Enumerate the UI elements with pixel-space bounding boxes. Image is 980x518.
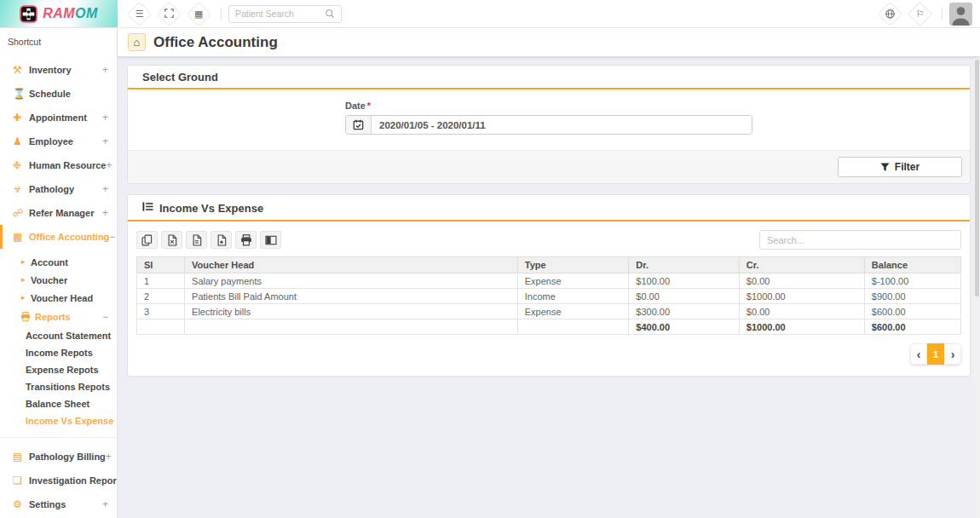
sidebar-item-inventory[interactable]: ⚒ Inventory + [0,58,117,82]
column-header-voucher-head[interactable]: Voucher Head [185,257,518,273]
notifications-button[interactable]: ⚐ [908,1,933,26]
pagination-page-1-button[interactable]: 1 [927,343,944,365]
caret-right-icon: ▸ [21,294,31,302]
sidebar: Shortcut ⚒ Inventory + ⌛ Schedule ✚ Appo… [0,28,118,518]
pagination-prev-button[interactable]: ‹ [910,343,927,365]
table-total-row: $400.00 $1000.00 $600.00 [137,319,961,335]
fullscreen-button[interactable] [157,1,182,26]
globe-icon [885,8,896,20]
panel-title: Select Ground [142,71,218,83]
scrollbar-thumb[interactable] [975,60,979,296]
sidebar-item-expense-repots[interactable]: Expense Repots [0,361,117,378]
brand-name: RAMOM [43,6,98,21]
copy-button[interactable] [136,231,158,249]
pdf-export-button[interactable] [210,231,232,249]
main-area: ⌂ Office Accounting Select Ground Date* [118,28,980,518]
sidebar-item-account-statement[interactable]: Account Statement [0,327,117,344]
csv-export-button[interactable] [186,231,207,249]
expand-plus-icon: + [102,183,108,195]
page-title: Office Accounting [153,34,278,51]
table-search-input[interactable] [759,230,961,250]
sidebar-item-income-vs-expense[interactable]: Income Vs Expense [0,412,117,429]
page-content: Select Ground Date* [118,56,980,518]
sidebar-item-pathology[interactable]: ☣ Pathology + [0,177,117,201]
date-range-input[interactable] [372,116,752,134]
grid-icon: ▦ [194,9,203,19]
file-csv-icon [192,234,202,246]
schedule-icon: ⌛ [13,89,29,99]
column-header-sl[interactable]: Sl [137,257,185,273]
inventory-icon: ⚒ [13,65,29,75]
sidebar-item-account[interactable]: ▸ Account [0,253,117,271]
brand-logo[interactable]: RAMOM [0,0,118,27]
sidebar-item-voucher-head[interactable]: ▸ Voucher Head [0,289,117,307]
sidebar-item-employee[interactable]: ♟ Employee + [0,130,117,153]
investigation-report-icon: ❏ [13,475,29,486]
expand-plus-icon: + [102,498,108,510]
pathology-billing-icon: ▤ [13,452,29,462]
sidebar-divider [0,437,117,438]
column-header-cr[interactable]: Cr. [739,257,864,273]
user-avatar[interactable] [949,3,972,26]
patient-search-box [228,5,342,23]
column-header-type[interactable]: Type [517,257,629,273]
copy-icon [141,234,153,246]
sidebar-item-transitions-repots[interactable]: Transitions Repots [0,378,117,395]
sidebar-item-pathology-billing[interactable]: ▤ Pathology Billing + [0,445,117,469]
sidebar-item-reports[interactable]: Reports − [0,307,117,327]
filter-button[interactable]: Filter [838,157,962,177]
printer-icon [20,312,35,322]
toolbar-divider [221,8,222,20]
filter-form: Date* [128,89,970,150]
toolbar-divider [942,8,943,20]
income-vs-expense-table: Sl Voucher Head Type Dr. Cr. Balance 1 [136,256,961,335]
caret-right-icon: ▸ [21,276,31,284]
file-excel-icon [167,234,177,246]
filter-footer: Filter [128,150,970,183]
language-button[interactable] [878,1,903,26]
sidebar-item-office-accounting[interactable]: ▦ Office Accounting − [0,225,117,249]
gear-icon: ⚙ [13,499,29,509]
body-row: Shortcut ⚒ Inventory + ⌛ Schedule ✚ Appo… [0,28,980,518]
chevron-left-icon: ‹ [917,348,921,361]
home-button[interactable]: ⌂ [128,33,146,51]
menu-toggle-button[interactable]: ☰ [127,1,153,26]
panel-title: Income Vs Expense [159,202,263,215]
sidebar-item-human-resource[interactable]: ❉ Human Resource + [0,153,117,177]
sidebar-item-investigation-report[interactable]: ❏ Investigation Report + [0,469,117,492]
employee-icon: ♟ [13,136,29,147]
sidebar-item-balance-sheet[interactable]: Balance Sheet [0,395,117,412]
sidebar-item-income-repots[interactable]: Income Repots [0,344,117,361]
column-header-balance[interactable]: Balance [864,257,960,273]
apps-grid-button[interactable]: ▦ [187,1,212,26]
date-form-group: Date* [345,101,752,135]
required-asterisk: * [367,101,371,111]
sidebar-item-settings[interactable]: ⚙ Settings + [0,492,117,516]
column-visibility-button[interactable] [260,231,281,249]
printer-icon [240,234,252,246]
sidebar-item-appointment[interactable]: ✚ Appointment + [0,106,117,130]
date-label: Date* [345,101,752,111]
funnel-icon [880,163,890,172]
print-button[interactable] [235,231,257,249]
pagination-next-button[interactable]: › [944,343,961,365]
sidebar-item-voucher[interactable]: ▸ Voucher [0,271,117,289]
file-pdf-icon [216,234,227,246]
export-buttons [136,231,281,249]
top-header: RAMOM ☰ ▦ [0,0,980,28]
column-header-dr[interactable]: Dr. [629,257,740,273]
patient-search-input[interactable] [235,9,325,19]
excel-export-button[interactable] [161,231,182,249]
page-scrollbar[interactable] [974,57,980,518]
expand-plus-icon: + [102,112,108,124]
caret-right-icon: ▸ [21,258,31,266]
table-toolbar [136,230,961,250]
table-columns-icon [265,235,277,245]
sidebar-item-schedule[interactable]: ⌛ Schedule [0,82,117,106]
appointment-icon: ✚ [13,112,29,123]
search-icon[interactable] [325,9,335,19]
expand-plus-icon: + [106,159,112,171]
expand-plus-icon: + [102,135,108,147]
top-toolbar: ☰ ▦ [118,5,342,23]
sidebar-item-refer-manager[interactable]: ☍ Refer Manager + [0,201,117,225]
